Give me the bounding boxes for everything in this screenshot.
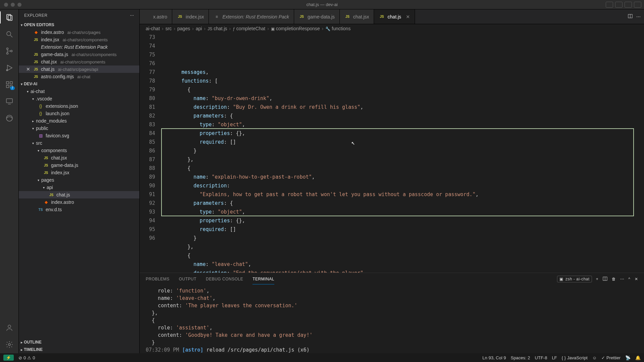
close-window[interactable] xyxy=(4,3,8,7)
encoding-status[interactable]: UTF-8 xyxy=(535,355,547,360)
file-item[interactable]: ▧favicon.svg xyxy=(19,132,139,139)
notifications-icon[interactable]: 🔔 xyxy=(635,355,641,360)
feedback-icon[interactable]: ☺ xyxy=(592,355,597,360)
code-line[interactable]: name: "leave-chat", xyxy=(163,260,644,269)
extensions-icon[interactable]: 7 xyxy=(5,80,14,89)
terminal-tab[interactable]: TERMINAL xyxy=(252,274,274,284)
file-item[interactable]: TSenv.d.ts xyxy=(19,206,139,213)
customize-layout[interactable] xyxy=(634,2,641,8)
code-editor[interactable]: 7374757677787980818283848586878889909192… xyxy=(140,33,644,273)
code-line[interactable]: { xyxy=(163,85,644,94)
breadcrumb-item[interactable]: JS chat.js xyxy=(208,26,227,31)
more-actions-icon[interactable]: ⋯ xyxy=(636,14,641,19)
code-line[interactable]: name: "explain-how-to-get-past-a-robot", xyxy=(163,173,644,181)
search-icon[interactable] xyxy=(5,30,14,39)
problems-status[interactable]: ⊘0 ⚠0 xyxy=(18,355,35,360)
folder-item[interactable]: ▾public xyxy=(19,125,139,132)
outline-header[interactable]: ▸ OUTLINE xyxy=(19,338,139,346)
breadcrumb-item[interactable]: api xyxy=(196,26,202,31)
toggle-primary-sidebar[interactable] xyxy=(606,2,613,8)
split-editor-icon[interactable] xyxy=(628,13,633,20)
close-tab-icon[interactable]: ✕ xyxy=(406,14,410,19)
folder-item[interactable]: ▾src xyxy=(19,139,139,147)
file-item[interactable]: {}launch.json xyxy=(19,110,139,117)
toggle-panel[interactable] xyxy=(615,2,623,8)
editor-tab[interactable]: ≡Extension: Rust Extension Pack xyxy=(209,9,294,24)
kill-terminal-icon[interactable]: 🗑 xyxy=(612,277,616,281)
maximize-window[interactable] xyxy=(17,3,21,7)
code-line[interactable]: description: "Buy Dr. Owen a drink or re… xyxy=(163,103,644,111)
breadcrumb-item[interactable]: ▣ completionResponse xyxy=(271,26,320,31)
timeline-header[interactable]: ▸ TIMELINE xyxy=(19,346,139,353)
folder-item[interactable]: ▾components xyxy=(19,147,139,154)
breadcrumb-item[interactable]: ai-chat xyxy=(146,26,160,31)
file-item[interactable]: JSgame-data.js xyxy=(19,162,139,169)
folder-item[interactable]: ▾api xyxy=(19,184,139,191)
open-editor-item[interactable]: JSindex.jsxai-chat/src/components xyxy=(19,36,139,43)
file-item[interactable]: JSindex.jsx xyxy=(19,169,139,176)
new-terminal-icon[interactable]: + xyxy=(596,277,599,281)
remote-explorer-icon[interactable] xyxy=(5,97,14,106)
eol-status[interactable]: LF xyxy=(552,355,557,360)
code-line[interactable]: { xyxy=(163,251,644,260)
close-panel-icon[interactable]: ✕ xyxy=(635,277,638,281)
open-editors-header[interactable]: ▾ OPEN EDITORS xyxy=(19,21,139,29)
code-line[interactable]: functions: [ xyxy=(163,77,644,85)
indentation-status[interactable]: Spaces: 2 xyxy=(511,355,530,360)
code-line[interactable]: parameters: { xyxy=(163,199,644,208)
prettier-status[interactable]: ✓ Prettier xyxy=(601,355,620,360)
open-editor-item[interactable]: JSgame-data.jsai-chat/src/components xyxy=(19,51,139,58)
open-editor-item[interactable]: Extension: Rust Extension Pack xyxy=(19,43,139,51)
terminal-output[interactable]: role: 'function', name: 'leave-chat', co… xyxy=(140,285,644,353)
open-editor-item[interactable]: ✕JSchat.jsai-chat/src/pages/api xyxy=(19,65,139,73)
debug-console-tab[interactable]: DEBUG CONSOLE xyxy=(206,274,243,284)
code-line[interactable]: }, xyxy=(163,242,644,251)
close-editor-icon[interactable]: ✕ xyxy=(26,66,31,72)
live-share-icon[interactable]: 📡 xyxy=(625,355,631,360)
toggle-secondary-sidebar[interactable] xyxy=(625,2,632,8)
problems-tab[interactable]: PROBLEMS xyxy=(146,274,170,284)
code-line[interactable]: } xyxy=(163,234,644,242)
code-line[interactable]: type: "object", xyxy=(163,120,644,129)
folder-item[interactable]: ▾.vscode xyxy=(19,95,139,102)
editor-tab[interactable]: x.astro xyxy=(140,9,172,24)
folder-item[interactable]: ▾pages xyxy=(19,176,139,184)
folder-item[interactable]: ▸node_modules xyxy=(19,117,139,125)
code-line[interactable]: description: xyxy=(163,181,644,190)
accounts-icon[interactable] xyxy=(5,323,14,332)
breadcrumb-item[interactable]: ƒ completeChat xyxy=(233,26,265,31)
code-line[interactable]: description: "End the conversation/chat … xyxy=(163,269,644,273)
open-editor-item[interactable]: JSastro.config.mjsai-chat xyxy=(19,73,139,80)
code-line[interactable]: }, xyxy=(163,155,644,164)
edge-tools-icon[interactable] xyxy=(5,114,14,123)
editor-tab[interactable]: JSgame-data.js xyxy=(294,9,340,24)
code-line[interactable]: } xyxy=(163,146,644,155)
split-terminal-icon[interactable] xyxy=(602,276,608,282)
file-item[interactable]: JSchat.jsx xyxy=(19,154,139,162)
file-item[interactable]: JSchat.js xyxy=(19,191,139,198)
code-line[interactable]: "Explains, how to get past a robot that … xyxy=(163,190,644,199)
minimize-window[interactable] xyxy=(11,3,15,7)
code-line[interactable]: messages, xyxy=(163,68,644,77)
run-debug-icon[interactable] xyxy=(5,63,14,73)
code-line[interactable]: required: [] xyxy=(163,225,644,234)
sidebar-more-icon[interactable]: ⋯ xyxy=(130,13,134,18)
code-line[interactable]: type: "object", xyxy=(163,208,644,216)
code-line[interactable]: properties: {}, xyxy=(163,216,644,225)
source-control-icon[interactable] xyxy=(5,46,14,56)
breadcrumb-item[interactable]: src xyxy=(166,26,172,31)
cursor-position[interactable]: Ln 93, Col 9 xyxy=(482,355,506,360)
open-editor-item[interactable]: ◆index.astroai-chat/src/pages xyxy=(19,29,139,36)
editor-tab[interactable]: JSindex.jsx xyxy=(172,9,209,24)
maximize-panel-icon[interactable]: ^ xyxy=(628,277,630,281)
editor-tab[interactable]: JSchat.js✕ xyxy=(374,9,415,24)
file-item[interactable]: ◆index.astro xyxy=(19,198,139,206)
code-line[interactable]: required: [] xyxy=(163,138,644,146)
breadcrumb-item[interactable]: pages xyxy=(177,26,190,31)
panel-more-icon[interactable]: ⋯ xyxy=(620,277,625,281)
code-line[interactable]: properties: {}, xyxy=(163,129,644,138)
project-header[interactable]: ▾ DEV-AI xyxy=(19,80,139,88)
terminal-picker[interactable]: ▣ zsh - ai-chat xyxy=(557,276,592,282)
folder-item[interactable]: ▾ai-chat xyxy=(19,88,139,95)
settings-gear-icon[interactable] xyxy=(5,340,14,349)
